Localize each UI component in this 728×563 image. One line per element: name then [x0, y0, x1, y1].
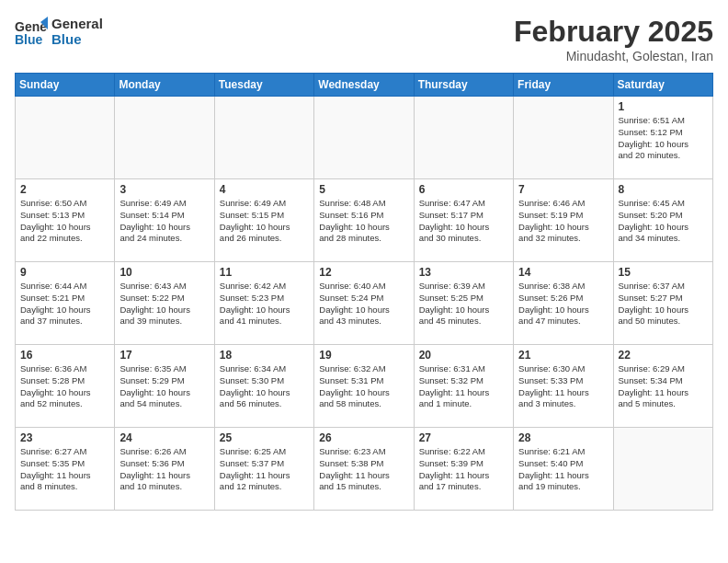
- calendar-cell: 13Sunrise: 6:39 AM Sunset: 5:25 PM Dayli…: [414, 262, 513, 345]
- day-number: 28: [518, 431, 608, 444]
- calendar-cell: 4Sunrise: 6:49 AM Sunset: 5:15 PM Daylig…: [214, 179, 313, 262]
- day-info: Sunrise: 6:32 AM Sunset: 5:31 PM Dayligh…: [319, 363, 408, 410]
- day-number: 19: [319, 349, 408, 362]
- calendar-cell: 20Sunrise: 6:31 AM Sunset: 5:32 PM Dayli…: [414, 345, 513, 428]
- day-number: 10: [119, 266, 209, 279]
- day-info: Sunrise: 6:49 AM Sunset: 5:15 PM Dayligh…: [220, 198, 309, 245]
- calendar-cell: 7Sunrise: 6:46 AM Sunset: 5:19 PM Daylig…: [514, 179, 613, 262]
- calendar-header-row: SundayMondayTuesdayWednesdayThursdayFrid…: [16, 74, 713, 97]
- day-number: 15: [619, 266, 708, 279]
- day-info: Sunrise: 6:35 AM Sunset: 5:29 PM Dayligh…: [119, 363, 209, 410]
- logo-general: General: [51, 16, 103, 31]
- day-info: Sunrise: 6:50 AM Sunset: 5:13 PM Dayligh…: [20, 198, 109, 245]
- column-header-sunday: Sunday: [16, 74, 115, 97]
- day-number: 3: [119, 183, 209, 196]
- calendar-cell: 15Sunrise: 6:37 AM Sunset: 5:27 PM Dayli…: [613, 262, 712, 345]
- calendar-cell: 19Sunrise: 6:32 AM Sunset: 5:31 PM Dayli…: [314, 345, 414, 428]
- day-info: Sunrise: 6:38 AM Sunset: 5:26 PM Dayligh…: [518, 281, 608, 327]
- calendar-table: SundayMondayTuesdayWednesdayThursdayFrid…: [15, 73, 713, 511]
- day-number: 11: [220, 266, 309, 279]
- calendar-cell: 22Sunrise: 6:29 AM Sunset: 5:34 PM Dayli…: [613, 345, 712, 428]
- day-number: 1: [619, 100, 708, 113]
- calendar-cell: 26Sunrise: 6:23 AM Sunset: 5:38 PM Dayli…: [314, 428, 414, 511]
- day-info: Sunrise: 6:21 AM Sunset: 5:40 PM Dayligh…: [518, 446, 608, 493]
- svg-text:Blue: Blue: [15, 32, 43, 47]
- calendar-cell: 2Sunrise: 6:50 AM Sunset: 5:13 PM Daylig…: [16, 179, 115, 262]
- day-number: 17: [119, 349, 209, 362]
- day-number: 16: [20, 349, 109, 362]
- day-info: Sunrise: 6:37 AM Sunset: 5:27 PM Dayligh…: [619, 281, 708, 327]
- month-title: February 2025: [514, 15, 713, 49]
- calendar-cell: 5Sunrise: 6:48 AM Sunset: 5:16 PM Daylig…: [314, 179, 414, 262]
- calendar-week-row: 9Sunrise: 6:44 AM Sunset: 5:21 PM Daylig…: [16, 262, 713, 345]
- day-number: 2: [20, 183, 109, 196]
- calendar-cell: [214, 97, 313, 179]
- day-info: Sunrise: 6:45 AM Sunset: 5:20 PM Dayligh…: [619, 198, 708, 245]
- day-number: 5: [319, 183, 408, 196]
- calendar-cell: [115, 97, 214, 179]
- calendar-cell: 3Sunrise: 6:49 AM Sunset: 5:14 PM Daylig…: [115, 179, 214, 262]
- calendar-week-row: 1Sunrise: 6:51 AM Sunset: 5:12 PM Daylig…: [16, 97, 713, 179]
- calendar-cell: 23Sunrise: 6:27 AM Sunset: 5:35 PM Dayli…: [16, 428, 115, 511]
- day-number: 21: [518, 349, 608, 362]
- day-number: 12: [319, 266, 408, 279]
- calendar-cell: 18Sunrise: 6:34 AM Sunset: 5:30 PM Dayli…: [214, 345, 313, 428]
- day-info: Sunrise: 6:23 AM Sunset: 5:38 PM Dayligh…: [319, 446, 408, 493]
- day-info: Sunrise: 6:43 AM Sunset: 5:22 PM Dayligh…: [119, 281, 209, 327]
- day-number: 23: [20, 431, 109, 444]
- logo: General Blue General Blue: [15, 15, 103, 48]
- calendar-week-row: 16Sunrise: 6:36 AM Sunset: 5:28 PM Dayli…: [16, 345, 713, 428]
- day-number: 14: [518, 266, 608, 279]
- day-number: 26: [319, 431, 408, 444]
- calendar-week-row: 2Sunrise: 6:50 AM Sunset: 5:13 PM Daylig…: [16, 179, 713, 262]
- calendar-cell: 27Sunrise: 6:22 AM Sunset: 5:39 PM Dayli…: [414, 428, 513, 511]
- calendar-cell: 9Sunrise: 6:44 AM Sunset: 5:21 PM Daylig…: [16, 262, 115, 345]
- calendar-cell: 25Sunrise: 6:25 AM Sunset: 5:37 PM Dayli…: [214, 428, 313, 511]
- column-header-saturday: Saturday: [613, 74, 712, 97]
- day-number: 8: [619, 183, 708, 196]
- day-info: Sunrise: 6:51 AM Sunset: 5:12 PM Dayligh…: [619, 115, 708, 162]
- day-number: 24: [119, 431, 209, 444]
- calendar-week-row: 23Sunrise: 6:27 AM Sunset: 5:35 PM Dayli…: [16, 428, 713, 511]
- page-header: General Blue General Blue February 2025 …: [15, 15, 713, 63]
- day-info: Sunrise: 6:26 AM Sunset: 5:36 PM Dayligh…: [119, 446, 209, 493]
- day-info: Sunrise: 6:46 AM Sunset: 5:19 PM Dayligh…: [518, 198, 608, 245]
- day-number: 25: [220, 431, 309, 444]
- day-info: Sunrise: 6:48 AM Sunset: 5:16 PM Dayligh…: [319, 198, 408, 245]
- day-info: Sunrise: 6:47 AM Sunset: 5:17 PM Dayligh…: [419, 198, 508, 245]
- day-info: Sunrise: 6:49 AM Sunset: 5:14 PM Dayligh…: [119, 198, 209, 245]
- day-number: 22: [619, 349, 708, 362]
- day-number: 7: [518, 183, 608, 196]
- column-header-thursday: Thursday: [414, 74, 513, 97]
- calendar-cell: 16Sunrise: 6:36 AM Sunset: 5:28 PM Dayli…: [16, 345, 115, 428]
- day-info: Sunrise: 6:34 AM Sunset: 5:30 PM Dayligh…: [220, 363, 309, 410]
- day-info: Sunrise: 6:25 AM Sunset: 5:37 PM Dayligh…: [220, 446, 309, 493]
- day-info: Sunrise: 6:44 AM Sunset: 5:21 PM Dayligh…: [20, 281, 109, 327]
- column-header-tuesday: Tuesday: [214, 74, 313, 97]
- column-header-wednesday: Wednesday: [314, 74, 414, 97]
- day-info: Sunrise: 6:40 AM Sunset: 5:24 PM Dayligh…: [319, 281, 408, 327]
- logo-blue: Blue: [51, 31, 103, 47]
- calendar-cell: [514, 97, 613, 179]
- logo-icon: General Blue: [15, 15, 48, 48]
- day-info: Sunrise: 6:29 AM Sunset: 5:34 PM Dayligh…: [619, 363, 708, 410]
- calendar-cell: [314, 97, 414, 179]
- day-info: Sunrise: 6:42 AM Sunset: 5:23 PM Dayligh…: [220, 281, 309, 327]
- location: Minudasht, Golestan, Iran: [514, 49, 713, 63]
- day-info: Sunrise: 6:22 AM Sunset: 5:39 PM Dayligh…: [419, 446, 508, 493]
- title-block: February 2025 Minudasht, Golestan, Iran: [514, 15, 713, 63]
- day-number: 13: [419, 266, 508, 279]
- column-header-monday: Monday: [115, 74, 214, 97]
- day-info: Sunrise: 6:39 AM Sunset: 5:25 PM Dayligh…: [419, 281, 508, 327]
- day-number: 4: [220, 183, 309, 196]
- calendar-cell: 8Sunrise: 6:45 AM Sunset: 5:20 PM Daylig…: [613, 179, 712, 262]
- calendar-cell: 11Sunrise: 6:42 AM Sunset: 5:23 PM Dayli…: [214, 262, 313, 345]
- calendar-cell: 24Sunrise: 6:26 AM Sunset: 5:36 PM Dayli…: [115, 428, 214, 511]
- calendar-cell: 28Sunrise: 6:21 AM Sunset: 5:40 PM Dayli…: [514, 428, 613, 511]
- day-info: Sunrise: 6:27 AM Sunset: 5:35 PM Dayligh…: [20, 446, 109, 493]
- calendar-cell: 21Sunrise: 6:30 AM Sunset: 5:33 PM Dayli…: [514, 345, 613, 428]
- calendar-cell: 17Sunrise: 6:35 AM Sunset: 5:29 PM Dayli…: [115, 345, 214, 428]
- calendar-cell: [16, 97, 115, 179]
- day-number: 27: [419, 431, 508, 444]
- day-number: 6: [419, 183, 508, 196]
